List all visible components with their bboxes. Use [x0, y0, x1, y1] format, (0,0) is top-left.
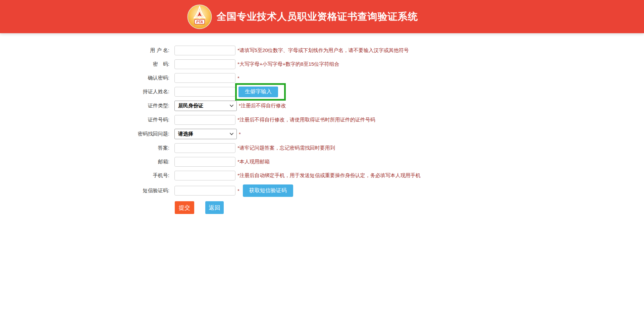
rare-char-highlight-box: 生僻字输入 — [235, 83, 286, 101]
form-row-sms-code: 短信验证码:*获取短信验证码 — [0, 184, 644, 197]
form-rows: 用 户 名:*请填写5至20位数字、字母或下划线作为用户名，请不要输入汉字或其他… — [0, 46, 644, 197]
username-label: 用 户 名: — [0, 47, 169, 54]
pta-logo-icon: PTA — [187, 4, 212, 29]
form-row-password: 密 码:*大写字母+小写字母+数字的8至15位字符组合 — [0, 59, 644, 69]
id-number-label: 证件号码: — [0, 117, 169, 123]
id-type-label: 证件类型: — [0, 103, 169, 109]
email-label: 邮箱: — [0, 159, 169, 165]
recovery-question-label: 密码找回问题: — [0, 131, 169, 137]
back-button[interactable]: 返回 — [205, 201, 224, 214]
confirm-password-input[interactable] — [174, 73, 235, 83]
recovery-question-select-value: 请选择 — [178, 131, 193, 137]
registration-form: 用 户 名:*请填写5至20位数字、字母或下划线作为用户名，请不要输入汉字或其他… — [0, 33, 644, 214]
mobile-input[interactable] — [174, 171, 235, 180]
submit-button[interactable]: 提交 — [175, 201, 194, 214]
recovery-question-select[interactable]: 请选择 — [174, 129, 237, 139]
id-number-input[interactable] — [174, 115, 235, 125]
username-input[interactable] — [174, 46, 235, 55]
answer-hint: *请牢记问题答案，忘记密码需找回时要用到 — [237, 145, 335, 151]
holder-name-input[interactable] — [174, 87, 235, 97]
chevron-down-icon — [230, 133, 233, 135]
email-input[interactable] — [174, 157, 235, 167]
sms-code-label: 短信验证码: — [0, 187, 169, 194]
id-type-select[interactable]: 居民身份证 — [174, 101, 237, 111]
rare-char-input-button[interactable]: 生僻字输入 — [238, 87, 278, 97]
holder-name-label: 持证人姓名: — [0, 89, 169, 95]
sms-code-hint: * — [237, 188, 239, 194]
form-row-username: 用 户 名:*请填写5至20位数字、字母或下划线作为用户名，请不要输入汉字或其他… — [0, 46, 644, 55]
form-row-email: 邮箱:*本人现用邮箱 — [0, 157, 644, 167]
email-hint: *本人现用邮箱 — [237, 159, 270, 165]
mobile-label: 手机号: — [0, 172, 169, 179]
logo-text: PTA — [196, 20, 203, 24]
answer-label: 答案: — [0, 145, 169, 151]
answer-input[interactable] — [174, 143, 235, 153]
chevron-down-icon — [230, 105, 233, 107]
mobile-hint: *注册后自动绑定手机，用于发送短信或重要操作身份认定，务必填写本人现用手机 — [237, 172, 421, 179]
id-type-hint: *注册后不得自行修改 — [239, 103, 286, 109]
form-row-confirm-password: 确认密码:* — [0, 73, 644, 83]
get-sms-code-button[interactable]: 获取短信验证码 — [243, 184, 293, 197]
form-row-answer: 答案:*请牢记问题答案，忘记密码需找回时要用到 — [0, 143, 644, 153]
confirm-password-hint: * — [237, 75, 239, 81]
password-input[interactable] — [174, 59, 235, 69]
form-row-recovery-question: 密码找回问题:请选择* — [0, 129, 644, 139]
form-row-id-number: 证件号码:*注册后不得自行修改，请使用取得证书时所用证件的证件号码 — [0, 115, 644, 125]
password-hint: *大写字母+小写字母+数字的8至15位字符组合 — [237, 61, 339, 67]
username-hint: *请填写5至20位数字、字母或下划线作为用户名，请不要输入汉字或其他符号 — [237, 47, 409, 54]
sms-code-input[interactable] — [174, 186, 235, 196]
confirm-password-label: 确认密码: — [0, 75, 169, 81]
form-row-mobile: 手机号:*注册后自动绑定手机，用于发送短信或重要操作身份认定，务必填写本人现用手… — [0, 171, 644, 180]
recovery-question-hint: * — [239, 131, 241, 137]
form-actions: 提交 返回 — [0, 201, 644, 214]
page-title: 全国专业技术人员职业资格证书查询验证系统 — [217, 10, 418, 23]
password-label: 密 码: — [0, 61, 169, 67]
header: PTA 全国专业技术人员职业资格证书查询验证系统 — [0, 0, 644, 33]
id-type-select-value: 居民身份证 — [178, 103, 203, 109]
form-row-id-type: 证件类型:居民身份证*注册后不得自行修改 — [0, 101, 644, 111]
id-number-hint: *注册后不得自行修改，请使用取得证书时所用证件的证件号码 — [237, 117, 375, 123]
form-row-holder-name: 持证人姓名:生僻字输入 — [0, 87, 644, 97]
brand: PTA 全国专业技术人员职业资格证书查询验证系统 — [187, 4, 418, 29]
